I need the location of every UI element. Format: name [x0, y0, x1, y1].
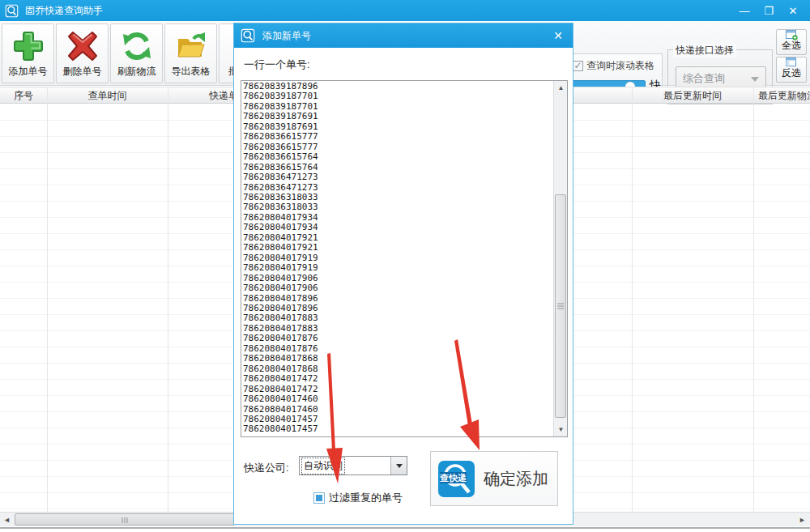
grid-line: [753, 87, 754, 512]
company-combobox-value: 自动识别: [302, 458, 344, 474]
scroll-left-icon[interactable]: ◄: [0, 513, 14, 526]
toolbar-button-label: 导出表格: [172, 65, 211, 79]
delete-number-button[interactable]: 删除单号: [56, 23, 109, 83]
grid-line: [168, 87, 168, 512]
chevron-down-icon: [396, 464, 403, 468]
svg-text:查快递: 查快递: [439, 473, 467, 483]
chakuaidi-logo-icon: 查快递: [437, 460, 475, 498]
filter-duplicates-checkbox[interactable]: 过滤重复的单号: [313, 491, 403, 505]
scrollbar-grip: [122, 517, 128, 523]
column-header-index[interactable]: 序号: [0, 87, 47, 104]
select-all-button[interactable]: 全选: [776, 29, 807, 55]
confirm-add-button[interactable]: 查快递 确定添加: [430, 451, 558, 506]
dialog-logo-icon: [241, 28, 255, 43]
select-all-label: 全选: [782, 40, 801, 51]
scroll-up-icon[interactable]: ▲: [554, 81, 568, 95]
company-combobox[interactable]: 自动识别: [299, 456, 407, 475]
confirm-add-label: 确定添加: [484, 468, 548, 490]
dialog-title: 添加新单号: [262, 29, 311, 43]
export-table-button[interactable]: 导出表格: [164, 23, 217, 83]
company-label: 快递公司:: [244, 461, 289, 475]
refresh-icon: [120, 29, 154, 63]
add-icon: [11, 29, 45, 63]
toolbar-button-label: 删除单号: [63, 65, 102, 79]
tracking-numbers-textarea[interactable]: 78620839187896 78620839187701 7862083918…: [241, 80, 568, 437]
checkbox-checked-icon: ✓: [573, 61, 583, 71]
company-combobox-dropdown[interactable]: [390, 457, 407, 475]
window-title: 固乔快递查询助手: [25, 4, 103, 18]
grid-line: [47, 87, 48, 512]
horizontal-scrollbar-thumb[interactable]: [15, 513, 235, 526]
vertical-scrollbar[interactable]: ▲ ▼: [553, 81, 567, 436]
add-number-button[interactable]: 添加单号: [2, 23, 54, 83]
scroll-down-icon[interactable]: ▼: [554, 423, 568, 436]
invert-select-button[interactable]: 反选: [776, 57, 807, 83]
refresh-logistics-button[interactable]: 刷新物流: [110, 23, 163, 83]
tracking-numbers-text[interactable]: 78620839187896 78620839187701 7862083918…: [243, 82, 551, 436]
vertical-scrollbar-thumb[interactable]: [555, 194, 566, 418]
app-logo-icon: [5, 4, 19, 18]
column-header-query-time[interactable]: 查单时间: [47, 87, 168, 104]
dialog-titlebar: 添加新单号 ✕: [234, 23, 573, 48]
titlebar: 固乔快递查询助手 — ❐ ✕: [0, 0, 810, 21]
chevron-down-icon: [751, 77, 759, 82]
export-icon: [174, 29, 208, 63]
toolbar-button-label: 添加单号: [9, 65, 48, 79]
scroll-table-checkbox[interactable]: ✓ 查询时滚动表格: [573, 59, 654, 73]
invert-select-label: 反选: [782, 68, 801, 79]
minimize-button[interactable]: —: [732, 0, 757, 21]
app-window: 固乔快递查询助手 — ❐ ✕ 添加单号 删除单号: [0, 0, 810, 532]
add-number-dialog: 添加新单号 ✕ 一行一个单号: 78620839187896 786208391…: [233, 23, 573, 525]
delete-icon: [66, 29, 100, 63]
window-bottom-edge: [0, 527, 810, 529]
filter-checkbox-label: 过滤重复的单号: [329, 491, 403, 505]
dialog-hint-label: 一行一个单号:: [244, 57, 310, 72]
api-group-title: 快递接口选择: [673, 44, 736, 57]
api-combobox-value: 综合查询: [683, 71, 725, 86]
maximize-button[interactable]: ❐: [757, 0, 781, 21]
column-header-last-update-status[interactable]: 最后更新物流: [753, 87, 810, 104]
column-header-last-update-time[interactable]: 最后更新时间: [632, 87, 753, 104]
scroll-checkbox-label: 查询时滚动表格: [586, 59, 654, 73]
grid-line: [632, 87, 633, 512]
close-button[interactable]: ✕: [781, 0, 805, 21]
scrollbar-grip: [557, 304, 564, 309]
checkbox-checked-icon: [313, 492, 325, 504]
dialog-close-button[interactable]: ✕: [552, 29, 565, 42]
toolbar-button-label: 刷新物流: [117, 65, 156, 79]
scroll-right-icon[interactable]: ►: [795, 513, 809, 526]
